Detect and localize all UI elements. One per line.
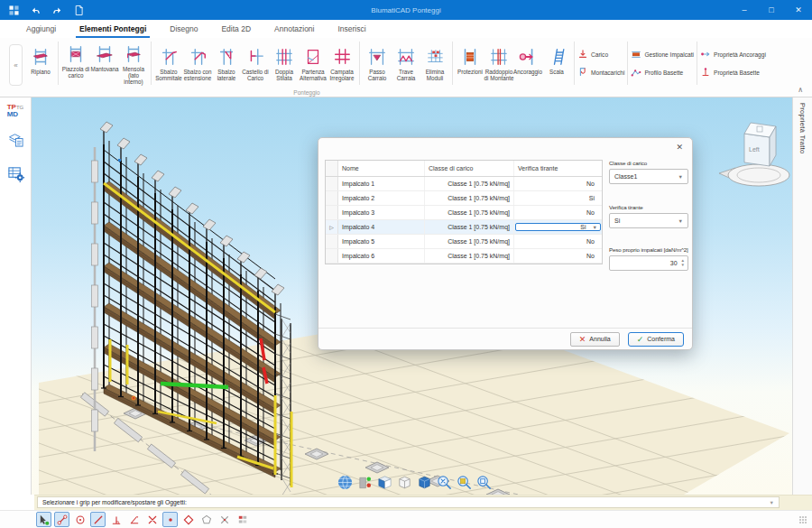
- node-snap-icon[interactable]: [162, 512, 178, 527]
- verifica-tirante-select[interactable]: Si▼: [609, 213, 688, 228]
- chevron-down-icon: ▼: [678, 174, 683, 180]
- gestione-impalcati-button[interactable]: Gestione Impalcati: [631, 49, 694, 60]
- shaded-view-icon[interactable]: [376, 474, 393, 491]
- verifica-tirante-cell-editor[interactable]: Si▼: [515, 223, 601, 231]
- cell-nome: Impalcato 4: [338, 220, 425, 234]
- perpendicular-snap-icon[interactable]: [108, 512, 124, 527]
- cell-classe-di-carico: Classe 1 [0.75 kN/mq]: [425, 177, 514, 190]
- table-row[interactable]: Impalcato 6Classe 1 [0.75 kN/mq]No: [326, 249, 602, 264]
- table-row[interactable]: Impalcato 3Classe 1 [0.75 kN/mq]No: [326, 206, 602, 220]
- zoom-extents-icon[interactable]: [436, 474, 453, 491]
- ribbon-group-divider: [58, 42, 59, 85]
- undo-icon[interactable]: [30, 5, 42, 16]
- propriet-basette-button[interactable]: Proprietà Basette: [700, 67, 760, 79]
- ribbon-group: ProtezioniRaddoppio di MontanteAncoraggi…: [456, 45, 571, 81]
- protezioni-button[interactable]: Protezioni: [456, 45, 484, 81]
- endpoint-snap-icon[interactable]: [54, 512, 69, 527]
- column-header-verifica-tirante[interactable]: Verifica tirante: [514, 161, 602, 176]
- command-history-chevron-icon[interactable]: ▼: [770, 500, 774, 505]
- redo-icon[interactable]: [51, 5, 63, 16]
- close-button[interactable]: ✕: [785, 0, 812, 20]
- montacarichi-button[interactable]: Montacarichi: [577, 67, 624, 79]
- wireframe-globe-icon[interactable]: [337, 474, 354, 491]
- piazzola-di-carico-button[interactable]: Piazzola di carico: [61, 42, 90, 79]
- mantovana-button[interactable]: Mantovana: [90, 42, 119, 79]
- cancel-button[interactable]: ✕Annulla: [570, 332, 620, 347]
- ribbon-group: Proprietà AncoraggiProprietà Basette: [700, 49, 766, 79]
- minimize-button[interactable]: –: [731, 0, 758, 20]
- angle-snap-icon[interactable]: [126, 512, 142, 527]
- dialog-close-icon[interactable]: ✕: [676, 143, 683, 152]
- propriet-ancoraggi-button[interactable]: Proprietà Ancoraggi: [700, 49, 766, 60]
- ribbon-collapse-icon[interactable]: ∧: [798, 86, 803, 94]
- tab-edita-2d[interactable]: Edita 2D: [209, 20, 263, 38]
- window-title: BlumatiCAD Ponteggi: [371, 6, 440, 14]
- layers-document-icon[interactable]: [7, 131, 24, 152]
- confirm-button[interactable]: ✓Conferma: [628, 332, 684, 347]
- tab-annotazioni[interactable]: Annotazioni: [263, 20, 326, 38]
- table-row[interactable]: Impalcato 5Classe 1 [0.75 kN/mq]No: [326, 235, 602, 249]
- peso-proprio-spinner[interactable]: 30▲▼: [609, 255, 688, 271]
- maximize-button[interactable]: □: [758, 0, 785, 20]
- left-sidebar: TPTGMD: [0, 97, 32, 495]
- sbalzo-sommitale-button[interactable]: Sbalzo Sommitale: [154, 45, 183, 81]
- zoom-dynamic-icon[interactable]: [475, 474, 493, 491]
- table-row[interactable]: ▷Impalcato 4Classe 1 [0.75 kN/mq]Si▼: [326, 220, 602, 235]
- doppia-stilata-button[interactable]: Doppia Stilata: [270, 45, 299, 81]
- elimina-moduli-icon: [424, 45, 446, 69]
- wireframe-view-icon[interactable]: [396, 474, 413, 491]
- carico-button[interactable]: Carico: [577, 49, 608, 60]
- column-header-classe-di-carico[interactable]: Classe di carico: [425, 161, 514, 176]
- spinner-arrows-icon[interactable]: ▲▼: [681, 259, 685, 267]
- cell-classe-di-carico: Classe 1 [0.75 kN/mq]: [425, 249, 514, 263]
- named-views-icon[interactable]: [356, 474, 374, 491]
- column-header-nome[interactable]: Nome: [338, 161, 425, 176]
- zoom-window-icon[interactable]: [456, 474, 473, 491]
- resize-grip[interactable]: [799, 516, 807, 524]
- new-document-icon[interactable]: [73, 5, 85, 16]
- tab-elementi-ponteggi[interactable]: Elementi Ponteggi: [68, 20, 158, 38]
- table-settings-icon[interactable]: [7, 165, 24, 186]
- tab-disegno[interactable]: Disegno: [158, 20, 209, 38]
- polygon-snap-icon[interactable]: [198, 512, 214, 527]
- right-sidebar-tab[interactable]: Proprietà Tratto: [792, 97, 812, 495]
- grid-snap-icon[interactable]: [235, 512, 250, 527]
- ribbon-button-label: Proprietà Basette: [714, 69, 760, 76]
- quadrant-snap-icon[interactable]: [180, 512, 196, 527]
- app-grid-icon[interactable]: [8, 5, 20, 16]
- tab-inserisci[interactable]: Inserisci: [326, 20, 377, 38]
- profilo-basette-button[interactable]: Profilo Basette: [631, 67, 683, 79]
- ribbon-collapse-left-button[interactable]: «: [9, 44, 23, 86]
- ripiano-button[interactable]: Ripiano: [26, 45, 55, 81]
- snap-toolbar: [0, 510, 812, 528]
- row-indicator: [326, 249, 338, 263]
- elimina-moduli-button[interactable]: Elimina Moduli: [420, 45, 449, 81]
- classe-di-carico-select[interactable]: Classe1▼: [609, 169, 688, 184]
- apparent-intersection-icon[interactable]: [217, 512, 232, 527]
- raddoppio-di-montante-button[interactable]: Raddoppio di Montante: [484, 45, 513, 81]
- command-prompt-input[interactable]: Selezionare i grip per modificare/sposta…: [37, 496, 780, 508]
- table-row[interactable]: Impalcato 2Classe 1 [0.75 kN/mq]Si: [326, 191, 602, 206]
- scala-button[interactable]: Scala: [542, 45, 571, 81]
- ancoraggio-button[interactable]: Ancoraggio: [513, 45, 542, 81]
- sbalzo-sommitale-icon: [158, 45, 180, 69]
- sbalzo-laterale-button[interactable]: Sbalzo laterale: [212, 45, 241, 81]
- mensola-lato-interno-button[interactable]: Mensola (lato interno): [119, 42, 148, 85]
- nearest-line-snap-icon[interactable]: [90, 512, 106, 527]
- intersection-snap-icon[interactable]: [144, 512, 160, 527]
- ribbon-group-label: Ponteggio: [230, 89, 383, 96]
- table-row[interactable]: Impalcato 1Classe 1 [0.75 kN/mq]No: [326, 177, 602, 191]
- ribbon-group: Ripiano: [26, 45, 55, 81]
- sbalzo-con-estensione-button[interactable]: Sbalzo con estensione: [183, 45, 212, 81]
- campata-irregolare-button[interactable]: Campata Irregolare: [328, 45, 356, 81]
- select-grip-icon[interactable]: [36, 512, 51, 527]
- trave-carraia-button[interactable]: Trave Carraia: [392, 45, 420, 81]
- center-snap-icon[interactable]: [72, 512, 88, 527]
- castello-di-carico-button[interactable]: Castello di Carico: [241, 45, 270, 81]
- ribbon-button-label: Elimina Moduli: [420, 69, 450, 81]
- passo-carraio-button[interactable]: Passo Carraio: [363, 45, 392, 81]
- solid-view-icon[interactable]: [416, 474, 433, 491]
- cell-classe-di-carico: Classe 1 [0.75 kN/mq]: [425, 220, 514, 234]
- tab-aggiungi[interactable]: Aggiungi: [14, 20, 68, 38]
- partenza-alternativa-button[interactable]: Partenza Alternativa: [299, 45, 328, 81]
